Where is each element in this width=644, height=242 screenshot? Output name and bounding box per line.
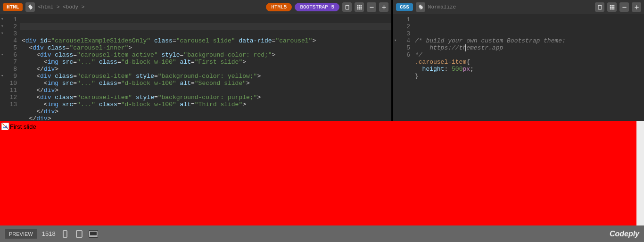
text-cursor bbox=[465, 44, 466, 51]
footer-bar: PREVIEW 1518 Codeply bbox=[0, 225, 644, 242]
svg-rect-3 bbox=[359, 5, 360, 6]
grid-icon[interactable] bbox=[355, 2, 364, 12]
svg-rect-22 bbox=[610, 8, 611, 9]
grid-icon[interactable] bbox=[607, 2, 617, 12]
html-editor[interactable]: ▾1▾2▾345▾678▾910111213 <div id="carousel… bbox=[0, 14, 391, 121]
mobile-icon[interactable] bbox=[60, 230, 70, 238]
svg-rect-20 bbox=[611, 7, 613, 8]
svg-rect-15 bbox=[599, 5, 601, 6]
active-line-highlight bbox=[20, 23, 391, 30]
svg-rect-2 bbox=[357, 5, 358, 6]
html-gutter: ▾1▾2▾345▾678▾910111213 bbox=[0, 14, 20, 121]
plus-icon[interactable] bbox=[632, 2, 641, 12]
svg-rect-31 bbox=[63, 231, 67, 237]
svg-rect-32 bbox=[76, 231, 82, 237]
editors-row: HTML <html > <body > HTML5 BOOTSTRAP 5 ▾… bbox=[0, 0, 644, 121]
minus-icon[interactable] bbox=[367, 2, 376, 12]
carousel-first-slide: First slide bbox=[0, 121, 636, 225]
minus-icon[interactable] bbox=[619, 2, 629, 12]
breadcrumb: <html > <body > bbox=[38, 4, 84, 10]
css-code[interactable]: /* build your own custom Bootstrap theme… bbox=[413, 14, 644, 121]
broken-image-alt: First slide bbox=[10, 123, 36, 130]
svg-rect-17 bbox=[611, 5, 613, 6]
svg-rect-7 bbox=[360, 7, 362, 8]
css-gutter: 123▾456 bbox=[393, 14, 413, 121]
broken-image-icon: First slide bbox=[1, 123, 36, 130]
brand-logo[interactable]: Codeply bbox=[610, 230, 639, 238]
gear-icon[interactable] bbox=[416, 2, 425, 12]
gear-icon[interactable] bbox=[25, 2, 35, 12]
svg-rect-21 bbox=[613, 7, 614, 8]
svg-rect-1 bbox=[346, 5, 348, 6]
svg-rect-14 bbox=[598, 5, 602, 9]
svg-rect-9 bbox=[359, 8, 360, 9]
svg-rect-23 bbox=[611, 8, 613, 9]
svg-rect-0 bbox=[346, 5, 349, 9]
svg-rect-24 bbox=[613, 8, 614, 9]
svg-rect-6 bbox=[359, 7, 360, 8]
bootstrap-pill[interactable]: BOOTSTRAP 5 bbox=[295, 3, 339, 11]
desktop-icon[interactable] bbox=[89, 230, 98, 238]
css-normalize-label[interactable]: Normalize bbox=[428, 4, 456, 10]
svg-rect-27 bbox=[636, 5, 636, 9]
plus-icon[interactable] bbox=[379, 2, 388, 12]
clipboard-icon[interactable] bbox=[595, 2, 604, 12]
svg-rect-5 bbox=[357, 7, 358, 8]
preview-pane: First slide bbox=[0, 121, 644, 225]
html-code[interactable]: <div id="carouselExampleSlidesOnly" clas… bbox=[20, 14, 391, 121]
css-panel: CSS Normalize 123▾456 /* build your own … bbox=[393, 0, 644, 121]
svg-rect-19 bbox=[610, 7, 611, 8]
svg-rect-16 bbox=[610, 5, 611, 6]
css-editor[interactable]: 123▾456 /* build your own custom Bootstr… bbox=[393, 14, 644, 121]
svg-rect-18 bbox=[613, 5, 614, 6]
viewport-width: 1518 bbox=[42, 230, 56, 237]
preview-button[interactable]: PREVIEW bbox=[5, 229, 37, 239]
svg-rect-8 bbox=[357, 8, 358, 9]
html-panel: HTML <html > <body > HTML5 BOOTSTRAP 5 ▾… bbox=[0, 0, 393, 121]
css-badge[interactable]: CSS bbox=[396, 3, 413, 11]
html5-pill[interactable]: HTML5 bbox=[266, 3, 292, 11]
css-toolbar: CSS Normalize bbox=[393, 0, 644, 14]
html-badge[interactable]: HTML bbox=[3, 3, 23, 11]
tablet-icon[interactable] bbox=[74, 230, 84, 238]
svg-rect-25 bbox=[622, 7, 626, 7]
html-toolbar: HTML <html > <body > HTML5 BOOTSTRAP 5 bbox=[0, 0, 391, 14]
svg-rect-33 bbox=[90, 231, 97, 236]
svg-rect-10 bbox=[360, 8, 362, 9]
app-root: HTML <html > <body > HTML5 BOOTSTRAP 5 ▾… bbox=[0, 0, 644, 242]
svg-rect-13 bbox=[383, 5, 384, 9]
preview-scrollbar[interactable] bbox=[636, 121, 644, 225]
svg-rect-11 bbox=[370, 7, 373, 7]
svg-rect-4 bbox=[360, 5, 362, 6]
clipboard-icon[interactable] bbox=[342, 2, 352, 12]
